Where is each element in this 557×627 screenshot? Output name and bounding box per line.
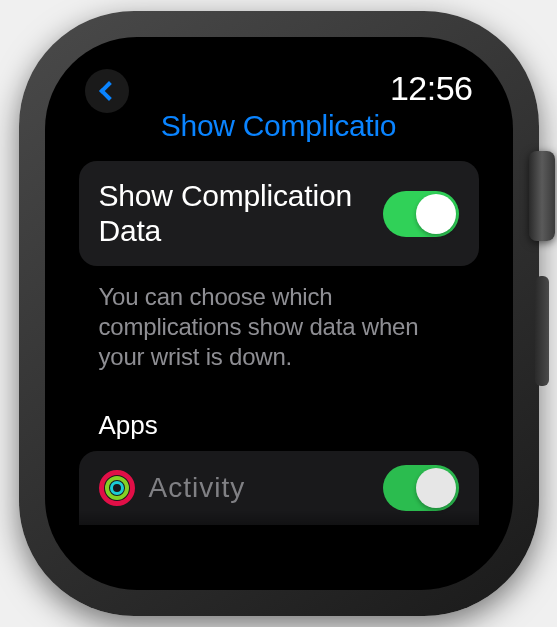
chevron-left-icon xyxy=(99,81,119,101)
status-bar: 12:56 xyxy=(77,65,481,113)
apps-section-header: Apps xyxy=(79,372,479,451)
content-area: Show Complication Data You can choose wh… xyxy=(77,161,481,525)
page-title: Show Complicatio xyxy=(77,109,481,143)
time-display: 12:56 xyxy=(390,69,473,108)
show-complication-row[interactable]: Show Complication Data xyxy=(79,161,479,266)
toggle-knob xyxy=(416,194,456,234)
show-complication-toggle[interactable] xyxy=(383,191,459,237)
back-button[interactable] xyxy=(85,69,129,113)
activity-toggle[interactable] xyxy=(383,465,459,511)
activity-rings-icon xyxy=(99,470,135,506)
app-row-activity[interactable]: Activity xyxy=(79,451,479,525)
watch-bezel: 12:56 Show Complicatio Show Complication… xyxy=(45,37,513,590)
toggle-knob xyxy=(416,468,456,508)
digital-crown[interactable] xyxy=(529,151,555,241)
help-text: You can choose which complications show … xyxy=(79,266,479,372)
app-row-left: Activity xyxy=(99,470,246,506)
watch-screen: 12:56 Show Complicatio Show Complication… xyxy=(55,57,503,570)
setting-label: Show Complication Data xyxy=(99,179,367,248)
side-button[interactable] xyxy=(535,276,549,386)
watch-case: 12:56 Show Complicatio Show Complication… xyxy=(19,11,539,616)
app-name-label: Activity xyxy=(149,472,246,504)
